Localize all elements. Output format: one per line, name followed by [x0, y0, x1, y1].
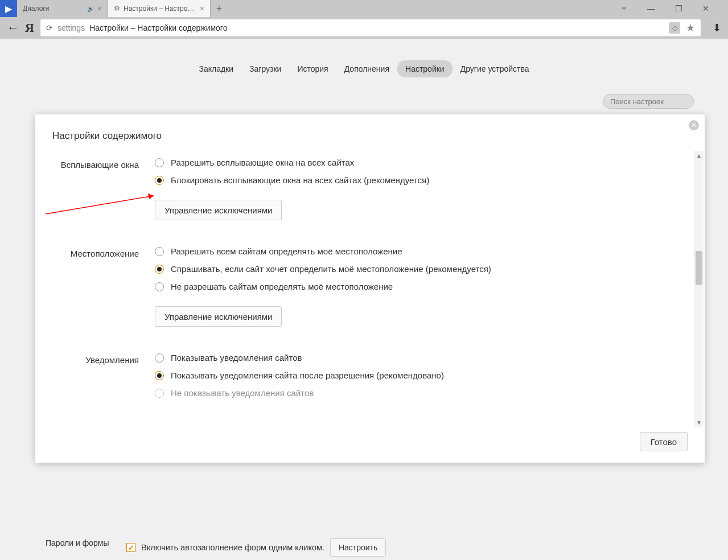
done-button[interactable]: Готово [640, 432, 688, 451]
maximize-button[interactable]: ❐ [673, 4, 684, 13]
tab-strip: ▶ Диалоги 🔊 × ⚙ Настройки – Настройки × … [0, 0, 619, 17]
autofill-text: Включить автозаполнение форм одним клико… [141, 543, 324, 552]
content-settings-modal: ✕ Настройки содержимого Всплывающие окна… [35, 114, 705, 463]
section-notifications: Уведомления Показывать уведомления сайто… [52, 353, 681, 406]
radio-option-ask-location[interactable]: Спрашивать, если сайт хочет определить м… [155, 264, 681, 274]
configure-autofill-button[interactable]: Настроить [330, 538, 386, 557]
omnibox-path: Настройки – Настройки содержимого [89, 23, 227, 32]
omnibox-prefix: settings [57, 23, 85, 32]
radio-option-block-popups[interactable]: Блокировать всплывающие окна на всех сай… [155, 175, 681, 185]
app-icon: ▶ [0, 0, 17, 17]
settings-nav: Закладки Загрузки История Дополнения Нас… [46, 60, 682, 77]
close-icon[interactable]: × [97, 4, 102, 13]
manage-exceptions-button[interactable]: Управление исключениями [155, 306, 282, 327]
downloads-icon[interactable]: ⬇ [713, 22, 721, 34]
autofill-row: ✓ Включить автозаполнение форм одним кли… [126, 538, 386, 557]
modal-footer: Готово [52, 422, 688, 451]
tab-dialogs[interactable]: Диалоги 🔊 × [17, 0, 108, 17]
manage-exceptions-button[interactable]: Управление исключениями [155, 200, 282, 220]
scrollbar-track[interactable]: ▲ ▼ [694, 151, 704, 427]
nav-settings[interactable]: Настройки [397, 60, 453, 77]
nav-bookmarks[interactable]: Закладки [191, 60, 241, 77]
audio-icon[interactable]: 🔊 [87, 6, 94, 12]
option-text: Не показывать уведомления сайтов [171, 388, 314, 398]
radio-icon[interactable] [155, 176, 164, 185]
reload-icon[interactable]: ⟳ [46, 23, 53, 32]
section-label: Всплывающие окна [52, 158, 155, 220]
radio-icon[interactable] [155, 353, 164, 363]
option-text: Спрашивать, если сайт хочет определить м… [171, 264, 491, 274]
section-location: Местоположение Разрешить всем сайтам опр… [52, 246, 681, 327]
address-bar: ← Я ⟳ settings Настройки – Настройки сод… [0, 17, 728, 39]
passwords-section-label: Пароли и формы [46, 538, 109, 547]
modal-title: Настройки содержимого [52, 130, 688, 142]
title-bar: ▶ Диалоги 🔊 × ⚙ Настройки – Настройки × … [0, 0, 728, 17]
radio-icon[interactable] [155, 158, 164, 167]
radio-option-allow-popups[interactable]: Разрешить всплывающие окна на всех сайта… [155, 158, 681, 167]
modal-close-button[interactable]: ✕ [689, 120, 699, 130]
option-text: Разрешить всплывающие окна на всех сайта… [171, 158, 354, 167]
nav-downloads[interactable]: Загрузки [241, 60, 289, 77]
option-text: Не разрешать сайтам определять моё место… [171, 282, 393, 291]
nav-other-devices[interactable]: Другие устройства [453, 60, 537, 77]
omnibox[interactable]: ⟳ settings Настройки – Настройки содержи… [40, 19, 701, 37]
section-label: Уведомления [52, 353, 155, 406]
option-text: Показывать уведомления сайтов [171, 353, 302, 363]
nav-addons[interactable]: Дополнения [336, 60, 397, 77]
modal-body: Всплывающие окна Разрешить всплывающие о… [52, 158, 688, 422]
radio-icon[interactable] [155, 389, 164, 398]
radio-option-hide-notifications[interactable]: Не показывать уведомления сайтов [155, 388, 681, 398]
menu-icon[interactable]: ≡ [619, 4, 629, 13]
bookmark-star-icon[interactable]: ★ [686, 22, 695, 34]
option-text: Показывать уведомления сайта после разре… [171, 370, 444, 380]
tab-title: Диалоги [23, 5, 84, 13]
tab-title: Настройки – Настройки [124, 5, 196, 13]
close-window-button[interactable]: ✕ [701, 4, 711, 13]
radio-icon[interactable] [155, 282, 164, 291]
option-text: Разрешить всем сайтам определять моё мес… [171, 246, 402, 256]
radio-icon[interactable] [155, 247, 164, 256]
option-text: Блокировать всплывающие окна на всех сай… [171, 175, 429, 185]
scrollbar-thumb[interactable] [696, 251, 702, 285]
checkbox-icon[interactable]: ✓ [126, 543, 135, 552]
new-tab-button[interactable]: + [211, 0, 228, 17]
nav-history[interactable]: История [289, 60, 336, 77]
radio-icon[interactable] [155, 371, 164, 380]
yandex-logo-icon[interactable]: Я [25, 20, 34, 35]
window-controls: ≡ — ❐ ✕ [619, 4, 728, 13]
close-icon[interactable]: × [200, 4, 204, 13]
search-settings-input[interactable] [603, 94, 694, 109]
radio-option-show-notifications[interactable]: Показывать уведомления сайтов [155, 353, 681, 363]
scroll-down-icon[interactable]: ▼ [694, 418, 704, 427]
section-popups: Всплывающие окна Разрешить всплывающие о… [52, 158, 681, 220]
section-label: Местоположение [52, 246, 155, 327]
gear-icon: ⚙ [114, 5, 120, 13]
back-button[interactable]: ← [7, 20, 19, 35]
radio-option-deny-location[interactable]: Не разрешать сайтам определять моё место… [155, 282, 681, 291]
tab-settings[interactable]: ⚙ Настройки – Настройки × [108, 0, 211, 17]
radio-option-allow-location[interactable]: Разрешить всем сайтам определять моё мес… [155, 246, 681, 256]
minimize-button[interactable]: — [646, 4, 656, 13]
scroll-up-icon[interactable]: ▲ [694, 151, 704, 160]
radio-icon[interactable] [155, 265, 164, 274]
shield-icon[interactable]: ◇ [669, 22, 680, 34]
radio-option-ask-notifications[interactable]: Показывать уведомления сайта после разре… [155, 370, 681, 380]
